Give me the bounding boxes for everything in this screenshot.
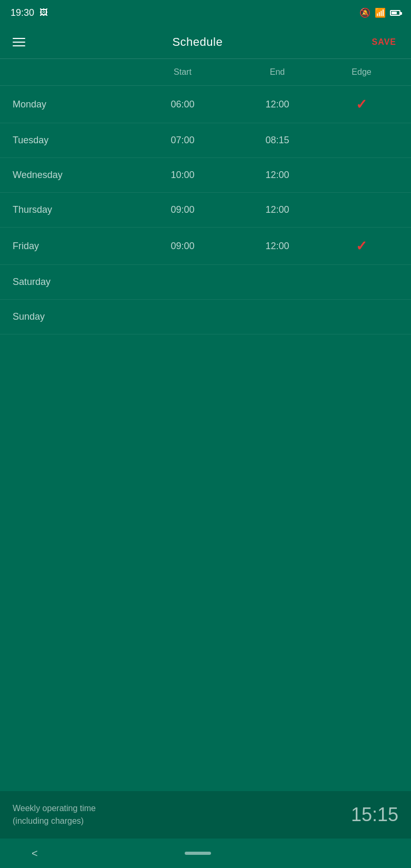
thursday-start[interactable]: 09:00 — [135, 204, 230, 215]
day-monday: Monday — [13, 99, 135, 110]
wednesday-end[interactable]: 12:00 — [230, 170, 325, 181]
thursday-end[interactable]: 12:00 — [230, 204, 325, 215]
footer: Weekly operating time(including charges)… — [0, 791, 411, 839]
nav-bar: < — [0, 839, 411, 868]
battery-icon — [390, 10, 400, 16]
table-row[interactable]: Monday 06:00 12:00 ✓ — [0, 86, 411, 123]
day-thursday: Thursday — [13, 204, 135, 215]
app-title: Schedule — [172, 35, 223, 49]
day-saturday: Saturday — [13, 277, 135, 288]
footer-total-time: 15:15 — [351, 804, 398, 826]
status-time: 19:30 — [11, 7, 34, 18]
schedule-table: Start End Edge Monday 06:00 12:00 ✓ Tues… — [0, 59, 411, 563]
day-wednesday: Wednesday — [13, 170, 135, 181]
home-indicator[interactable] — [185, 852, 211, 855]
app-bar: Schedule SAVE — [0, 25, 411, 59]
table-header: Start End Edge — [0, 59, 411, 86]
friday-end[interactable]: 12:00 — [230, 241, 325, 252]
col-header-start: Start — [135, 67, 230, 77]
bell-muted-icon: 🔕 — [359, 7, 370, 18]
table-row[interactable]: Sunday — [0, 300, 411, 334]
day-sunday: Sunday — [13, 311, 135, 322]
status-icons: 🔕 📶 — [359, 7, 400, 18]
wifi-icon: 📶 — [375, 7, 386, 18]
table-row[interactable]: Saturday — [0, 265, 411, 300]
table-row[interactable]: Thursday 09:00 12:00 — [0, 193, 411, 228]
friday-checkmark: ✓ — [356, 239, 367, 253]
monday-checkmark: ✓ — [356, 97, 367, 111]
back-button[interactable]: < — [32, 847, 38, 860]
wednesday-start[interactable]: 10:00 — [135, 170, 230, 181]
day-tuesday: Tuesday — [13, 135, 135, 146]
empty-space — [0, 563, 411, 792]
photo-icon: 🖼 — [39, 8, 48, 17]
col-header-end: End — [230, 67, 325, 77]
friday-start[interactable]: 09:00 — [135, 241, 230, 252]
table-row[interactable]: Friday 09:00 12:00 ✓ — [0, 228, 411, 265]
monday-edge[interactable]: ✓ — [325, 97, 398, 111]
table-row[interactable]: Wednesday 10:00 12:00 — [0, 158, 411, 193]
monday-end[interactable]: 12:00 — [230, 99, 325, 110]
footer-label: Weekly operating time(including charges) — [13, 802, 96, 827]
menu-icon[interactable] — [11, 36, 27, 48]
day-friday: Friday — [13, 241, 135, 252]
status-bar: 19:30 🖼 🔕 📶 — [0, 0, 411, 25]
monday-start[interactable]: 06:00 — [135, 99, 230, 110]
col-header-edge: Edge — [325, 67, 398, 77]
table-row[interactable]: Tuesday 07:00 08:15 — [0, 123, 411, 158]
save-button[interactable]: SAVE — [368, 35, 400, 49]
col-header-day — [13, 67, 135, 77]
tuesday-end[interactable]: 08:15 — [230, 135, 325, 146]
tuesday-start[interactable]: 07:00 — [135, 135, 230, 146]
friday-edge[interactable]: ✓ — [325, 239, 398, 253]
